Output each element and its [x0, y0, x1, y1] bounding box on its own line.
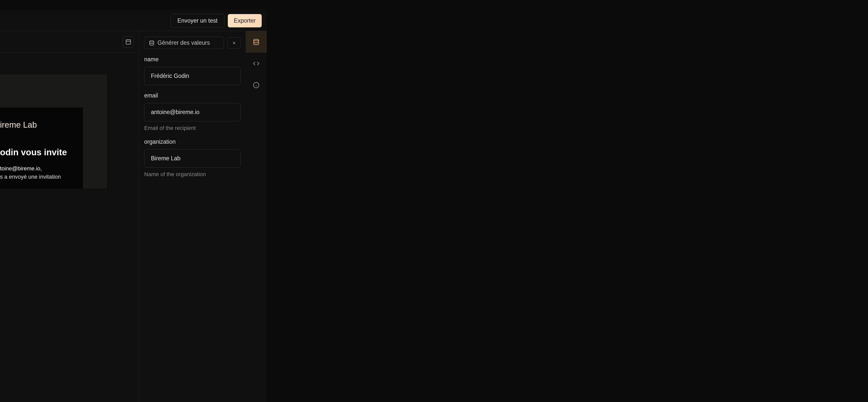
close-panel-button[interactable]: [227, 37, 241, 49]
layout-toggle-button[interactable]: [123, 36, 134, 48]
name-input[interactable]: [144, 67, 241, 85]
name-label: name: [144, 56, 241, 63]
email-title: odin vous invite: [0, 147, 83, 157]
variables-panel: Générer des valeurs name email Email of …: [139, 31, 246, 402]
code-icon: [253, 60, 259, 67]
database-icon: [253, 39, 259, 45]
database-icon: [149, 40, 154, 46]
organization-hint: Name of the organization: [144, 171, 241, 178]
email-body: toine@bireme.io, s a envoyé une invitati…: [0, 164, 83, 181]
email-input[interactable]: [144, 103, 241, 121]
send-test-button[interactable]: Envoyer un test: [170, 14, 224, 28]
header: Envoyer un test Exporter: [0, 10, 267, 31]
app-container: Envoyer un test Exporter ireme Lab odin …: [0, 0, 267, 402]
email-line2: s a envoyé une invitation: [0, 174, 61, 180]
workspace: ireme Lab odin vous invite toine@bireme.…: [0, 31, 267, 402]
email-logo: ireme Lab: [0, 120, 83, 130]
svg-point-2: [150, 40, 154, 42]
toolbar-row: [0, 31, 139, 53]
panel-header: Générer des valeurs: [144, 36, 241, 49]
field-organization: organization Name of the organization: [144, 138, 241, 178]
generate-values-label: Générer des valeurs: [157, 39, 210, 46]
organization-input[interactable]: [144, 149, 241, 167]
email-recipient-email: toine@bireme.io: [0, 165, 40, 172]
svg-rect-0: [126, 40, 131, 44]
rail-variables-button[interactable]: [246, 31, 267, 53]
layout-icon: [125, 39, 131, 45]
generate-values-button[interactable]: Générer des valeurs: [144, 37, 224, 49]
email-comma: ,: [40, 165, 42, 172]
email-hint: Email of the recipient: [144, 125, 241, 131]
svg-point-5: [254, 39, 259, 41]
right-rail: [246, 31, 267, 402]
email-preview: ireme Lab odin vous invite toine@bireme.…: [0, 74, 107, 188]
info-icon: [253, 82, 259, 88]
email-card: ireme Lab odin vous invite toine@bireme.…: [0, 107, 83, 188]
field-name: name: [144, 56, 241, 85]
organization-label: organization: [144, 138, 241, 145]
close-icon: [232, 41, 236, 45]
export-button[interactable]: Exporter: [228, 14, 262, 27]
top-band: [0, 0, 267, 10]
rail-code-button[interactable]: [246, 53, 267, 74]
field-email: email Email of the recipient: [144, 92, 241, 131]
email-label: email: [144, 92, 241, 99]
main-area: ireme Lab odin vous invite toine@bireme.…: [0, 31, 139, 402]
rail-info-button[interactable]: [246, 74, 267, 96]
